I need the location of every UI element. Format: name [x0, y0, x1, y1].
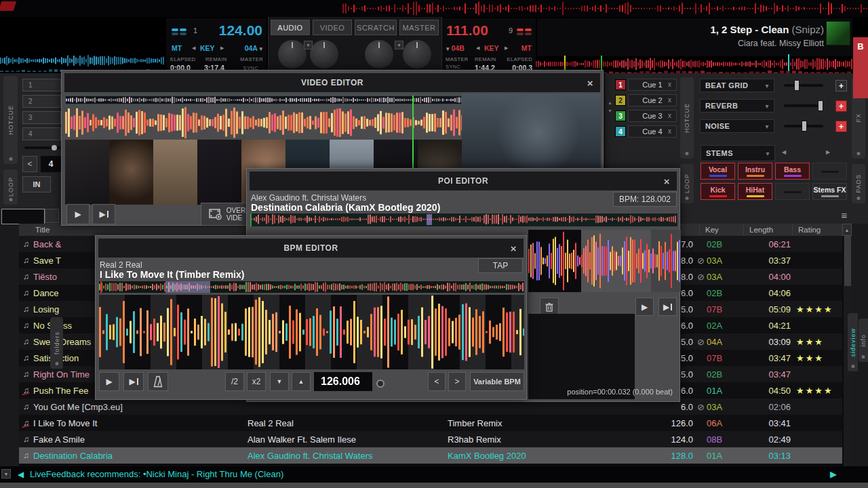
fx-slider-3[interactable] [784, 121, 823, 131]
search-input[interactable] [1, 209, 45, 224]
list-options-icon[interactable]: ≡ [838, 208, 850, 222]
cell-title[interactable]: Fake A Smile [33, 431, 85, 447]
cell-title[interactable]: Dance [33, 285, 59, 301]
column-header-title[interactable]: Title [35, 224, 50, 236]
key-next-icon[interactable]: ▶ [220, 45, 224, 51]
fx-dropdown-3[interactable]: NOISE ▾ [700, 119, 774, 133]
deck-b-key[interactable]: ▾ 04B [446, 44, 465, 52]
table-row[interactable]: ♫Fake A SmileAlan Walker Ft. Salem Ilese… [19, 431, 842, 447]
fx-dropdown-2[interactable]: REVERB ▾ [700, 99, 774, 113]
sideview-tab[interactable]: sideview [848, 313, 858, 371]
video-thumbnail[interactable] [197, 140, 241, 205]
search-options-button[interactable] [45, 209, 59, 223]
stem-pad-empty-2[interactable] [775, 183, 810, 200]
bpm-record-dot[interactable] [376, 380, 384, 388]
deck-a-overview-waveform[interactable] [0, 54, 165, 67]
stems-prev-icon[interactable]: ◀ [782, 149, 786, 155]
bpm-up-button[interactable]: ▲ [292, 372, 311, 391]
bpm-play-button[interactable]: ▶ [99, 372, 119, 391]
hihat-knob-left[interactable] [277, 39, 307, 69]
stem-pad-bass[interactable]: Bass [775, 163, 810, 180]
loop-slider[interactable] [24, 146, 61, 149]
poi-overview-waveform[interactable] [252, 214, 676, 225]
folders-tab[interactable]: folders [50, 317, 63, 369]
hotcue-slot-1[interactable]: 1 [22, 79, 61, 92]
table-row[interactable]: ♫—I Like To Move ItReal 2 RealTimber Rem… [19, 415, 842, 431]
column-header-length[interactable]: Length [743, 224, 773, 236]
fx-add-1[interactable]: + [835, 80, 847, 92]
stem-pad-hihat[interactable]: HiHat [738, 183, 772, 200]
scrollbar-thumb[interactable] [844, 236, 851, 286]
video-editor-titlebar[interactable]: VIDEO EDITOR × [64, 73, 600, 92]
sync-label[interactable]: SYNC [446, 64, 460, 70]
fx-add-2[interactable]: + [835, 100, 847, 112]
deck-b-side-tab[interactable]: B [853, 37, 868, 98]
variable-bpm-button[interactable]: Variable BPM [470, 372, 524, 391]
bpm-prev-button[interactable]: < [428, 372, 446, 391]
fx-slider-1[interactable] [784, 80, 823, 91]
cell-title[interactable]: Destination Calabria [33, 447, 113, 464]
cell-rating[interactable]: ★★★★ [796, 301, 833, 317]
poi-play-button[interactable]: ▶ [635, 298, 654, 316]
knob-left-dropdown[interactable]: ▾ [304, 41, 313, 49]
cue-delete-2[interactable]: x [668, 96, 671, 104]
bpm-overview-box[interactable] [99, 281, 524, 293]
key-prev-icon[interactable]: ◀ [476, 45, 479, 51]
deck-a-mt[interactable]: MT [172, 44, 182, 52]
table-row[interactable]: ♫Destination CalabriaAlex Gaudino ft. Ch… [19, 447, 842, 464]
gain-knob-right[interactable] [364, 39, 394, 69]
status-forward-icon[interactable]: ▶ [830, 469, 837, 479]
video-play-button[interactable]: ▶ [66, 204, 90, 224]
loop-tab-right[interactable]: LOOP [680, 164, 694, 203]
cue-delete-1[interactable]: x [668, 81, 671, 88]
fx-add-3[interactable]: + [835, 121, 847, 132]
info-tab[interactable]: info [859, 319, 868, 362]
tap-button[interactable]: TAP [478, 258, 523, 273]
poi-skip-end-button[interactable]: ▶ [658, 298, 677, 316]
cell-title[interactable]: I Like To Move It [33, 415, 97, 431]
video-overview-waveform[interactable] [66, 96, 461, 104]
tab-audio[interactable]: AUDIO [271, 20, 310, 35]
loop-tab[interactable]: LOOP [3, 169, 18, 205]
fx-slider-thumb-3[interactable] [802, 121, 807, 131]
bpm-editor-titlebar[interactable]: BPM EDITOR × [98, 239, 524, 258]
poi-editor-titlebar[interactable]: POI EDITOR × [250, 171, 677, 190]
fx-slider-2[interactable] [784, 100, 823, 111]
stem-pad-stems-fx[interactable]: Stems FX [812, 183, 847, 200]
hotcue-tab-right[interactable]: HOTCUE [680, 77, 694, 159]
hotcue-slot-3[interactable]: 3 [22, 111, 61, 124]
cell-title[interactable]: Save T [33, 252, 61, 268]
cell-rating[interactable]: ★★★★ [796, 382, 833, 399]
stem-pad-vocal[interactable]: Vocal [701, 163, 735, 180]
hihat-knob-right[interactable] [402, 39, 432, 69]
stem-pad-kick[interactable]: Kick [701, 183, 735, 200]
tab-video[interactable]: VIDEO [313, 20, 352, 35]
bpm-overview-selection[interactable] [165, 281, 210, 293]
stem-pad-instru[interactable]: Instru [738, 163, 772, 180]
fx-dropdown-1[interactable]: BEAT GRID ▾ [700, 79, 774, 92]
cell-title[interactable]: Back & [33, 236, 61, 252]
gain-knob-left[interactable] [309, 39, 339, 69]
key-prev-icon[interactable]: ◀ [192, 45, 195, 51]
cue-scroll-up-icon[interactable]: ▲ [608, 100, 612, 105]
close-icon[interactable]: × [511, 239, 517, 258]
video-skip-end-button[interactable]: ▶ [92, 204, 115, 224]
fx-slider-thumb-1[interactable] [794, 80, 800, 91]
loop-half-button[interactable]: < [22, 156, 37, 172]
deck-b-overview-waveform[interactable] [536, 58, 852, 70]
stem-pad-empty-1[interactable] [812, 163, 847, 180]
scroll-down-icon[interactable]: ▼ [1, 469, 11, 479]
stems-next-icon[interactable]: ▶ [826, 149, 830, 155]
metronome-button[interactable] [148, 372, 168, 391]
video-thumbnail[interactable] [153, 140, 197, 205]
bpm-main-waveform[interactable] [99, 295, 524, 369]
bpm-value-display[interactable]: 126.006 [314, 372, 372, 391]
sort-button[interactable]: ▲ [842, 224, 852, 236]
bpm-beatgrid-panel[interactable] [99, 295, 524, 369]
video-main-waveform[interactable] [65, 106, 462, 139]
stems-dropdown[interactable]: STEMS ▾ [701, 145, 775, 161]
hotcue-slot-4[interactable]: 4 [22, 127, 61, 140]
cue-color-2[interactable]: 2 [615, 95, 626, 106]
fx-slider-thumb-2[interactable] [818, 100, 823, 111]
column-header-key[interactable]: Key [699, 224, 719, 236]
